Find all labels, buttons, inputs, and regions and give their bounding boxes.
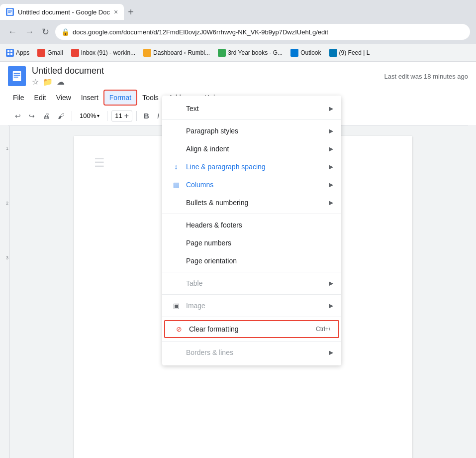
paint-format-button[interactable]: 🖌 — [55, 110, 68, 122]
bookmark-outlook[interactable]: Outlook — [290, 49, 321, 57]
table-arrow-icon: ▶ — [329, 280, 333, 287]
italic-button[interactable]: I — [154, 110, 162, 122]
undo-button[interactable]: ↩ — [12, 110, 24, 122]
outlook-label: Outlook — [300, 49, 321, 56]
menu-section-paragraph: Paragraph styles ▶ Align & indent ▶ ↕ Li… — [162, 120, 341, 214]
menu-item-text[interactable]: Text ▶ — [162, 100, 341, 117]
page-content-icon: ☰ — [94, 156, 105, 170]
folder-icon[interactable]: 📁 — [43, 77, 53, 87]
bookmark-dashboard[interactable]: Dashboard ‹ Rumbl... — [143, 49, 210, 57]
menu-item-paragraph-styles[interactable]: Paragraph styles ▶ — [162, 122, 341, 140]
menu-item-headers-footers[interactable]: Headers & footers — [162, 216, 341, 234]
menu-file[interactable]: File — [8, 91, 29, 105]
menu-item-borders-lines[interactable]: Borders & lines ▶ — [162, 344, 341, 361]
menu-edit[interactable]: Edit — [29, 91, 51, 105]
menu-item-bullets[interactable]: Bullets & numbering ▶ — [162, 194, 341, 212]
redo-button[interactable]: ↪ — [26, 110, 38, 122]
menu-section-image: ▣ Image ▶ — [162, 295, 341, 317]
text-arrow-icon: ▶ — [329, 105, 333, 112]
align-indent-arrow-icon: ▶ — [329, 145, 333, 152]
dashboard-label: Dashboard ‹ Rumbl... — [153, 49, 210, 56]
clear-formatting-icon: ⊘ — [173, 325, 185, 333]
menu-item-page-orientation[interactable]: Page orientation — [162, 252, 341, 270]
docs-title[interactable]: Untitled document — [32, 66, 104, 76]
dashboard-icon — [143, 49, 151, 57]
menu-item-clear-formatting[interactable]: ⊘ Clear formatting Ctrl+\ — [164, 320, 339, 338]
bookmark-inbox[interactable]: Inbox (91) - workin... — [71, 49, 135, 57]
format-dropdown-menu: Text ▶ Paragraph styles ▶ Align & indent… — [162, 96, 341, 365]
inbox-label: Inbox (91) - workin... — [81, 49, 135, 56]
menu-tools[interactable]: Tools — [137, 91, 164, 105]
image-label: Image — [186, 302, 329, 310]
tab-title: Untitled document - Google Doc — [18, 8, 110, 16]
zoom-arrow-icon: ▾ — [97, 113, 99, 118]
align-indent-label: Align & indent — [186, 145, 329, 153]
clear-formatting-label: Clear formatting — [189, 325, 316, 333]
apps-icon — [6, 49, 14, 57]
bookmark-gmail[interactable]: Gmail — [37, 49, 63, 57]
bullets-arrow-icon: ▶ — [329, 199, 333, 206]
bookmark-linkedin[interactable]: (9) Feed | L — [329, 49, 370, 57]
bookmarks-bar: Apps Gmail Inbox (91) - workin... Dashbo… — [0, 44, 476, 62]
borders-label: Borders & lines — [186, 348, 329, 356]
menu-item-table[interactable]: Table ▶ — [162, 274, 341, 292]
print-button[interactable]: 🖨 — [40, 110, 53, 122]
image-arrow-icon: ▶ — [329, 302, 333, 309]
zoom-value: 100% — [80, 112, 96, 119]
svg-rect-6 — [7, 53, 9, 55]
star-icon[interactable]: ☆ — [32, 77, 39, 87]
menu-insert[interactable]: Insert — [76, 91, 103, 105]
bookmark-drive[interactable]: 3rd Year books - G... — [218, 49, 283, 57]
svg-rect-11 — [14, 77, 18, 78]
apps-label: Apps — [16, 49, 29, 56]
paragraph-styles-arrow-icon: ▶ — [329, 127, 333, 134]
linkedin-label: (9) Feed | L — [339, 49, 370, 56]
headers-label: Headers & footers — [186, 221, 333, 229]
forward-button[interactable]: → — [23, 25, 36, 39]
borders-arrow-icon: ▶ — [329, 349, 333, 356]
tab-close-button[interactable]: × — [114, 8, 118, 16]
drive-label: 3rd Year books - G... — [228, 49, 283, 56]
menu-item-align-indent[interactable]: Align & indent ▶ — [162, 140, 341, 158]
menu-section-table: Table ▶ — [162, 272, 341, 295]
menu-item-columns[interactable]: ▦ Columns ▶ — [162, 176, 341, 194]
font-size-value: 11 — [115, 112, 122, 119]
outlook-icon — [290, 49, 298, 57]
svg-rect-2 — [8, 11, 12, 11]
toolbar-divider-3 — [136, 111, 137, 121]
ruler-mark-2: 2 — [6, 201, 8, 206]
zoom-selector[interactable]: 100% ▾ — [76, 111, 103, 121]
svg-rect-0 — [7, 9, 13, 15]
font-size-control[interactable]: 11 + — [111, 110, 132, 122]
new-tab-button[interactable]: + — [124, 4, 138, 20]
table-label: Table — [186, 279, 329, 287]
tab-favicon — [6, 8, 14, 16]
paragraph-styles-label: Paragraph styles — [186, 127, 329, 135]
menu-section-borders: Borders & lines ▶ — [162, 342, 341, 363]
menu-view[interactable]: View — [51, 91, 76, 105]
url-box[interactable]: 🔒 docs.google.com/document/d/12FmdEl0ovj… — [55, 24, 470, 40]
bold-button[interactable]: B — [141, 110, 152, 122]
plus-button[interactable]: + — [124, 112, 129, 120]
docs-title-area: Untitled document ☆ 📁 ☁ — [32, 66, 104, 87]
bookmark-apps[interactable]: Apps — [6, 49, 29, 57]
cloud-icon[interactable]: ☁ — [57, 77, 65, 87]
refresh-button[interactable]: ↻ — [40, 24, 51, 39]
image-icon: ▣ — [170, 302, 182, 310]
address-bar: ← → ↻ 🔒 docs.google.com/document/d/12Fmd… — [0, 20, 476, 44]
back-button[interactable]: ← — [6, 25, 19, 39]
menu-section-clear: ⊘ Clear formatting Ctrl+\ — [162, 317, 341, 342]
menu-item-page-numbers[interactable]: Page numbers — [162, 234, 341, 252]
menu-item-image[interactable]: ▣ Image ▶ — [162, 297, 341, 315]
svg-rect-1 — [8, 10, 12, 10]
active-tab[interactable]: Untitled document - Google Doc × — [0, 4, 124, 20]
page-orientation-label: Page orientation — [186, 257, 333, 265]
menu-format[interactable]: Format — [103, 90, 137, 106]
line-spacing-label: Line & paragraph spacing — [186, 163, 329, 171]
svg-rect-7 — [10, 53, 12, 55]
text-label: Text — [186, 105, 329, 113]
svg-rect-3 — [8, 12, 10, 13]
menu-item-line-spacing[interactable]: ↕ Line & paragraph spacing ▶ — [162, 158, 341, 176]
svg-rect-5 — [10, 50, 12, 52]
line-spacing-arrow-icon: ▶ — [329, 163, 333, 170]
